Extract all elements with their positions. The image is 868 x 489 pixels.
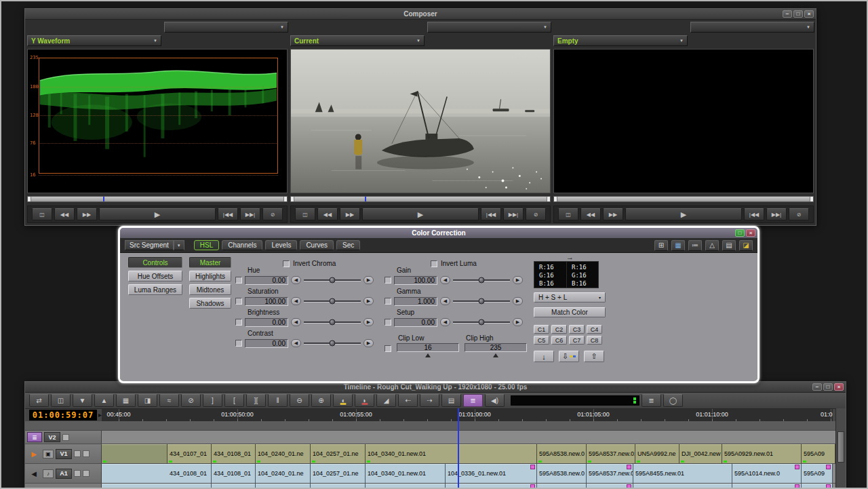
timeline-clip[interactable]: 595A1014.new.0 bbox=[732, 484, 802, 489]
slider-enable-checkbox[interactable] bbox=[384, 277, 391, 283]
clip-high-value[interactable]: 235 bbox=[465, 343, 527, 352]
timeline-clip[interactable]: 595A8538.new.0 bbox=[537, 464, 587, 483]
monitor-icon[interactable]: ▣ bbox=[43, 450, 54, 458]
match-frame-icon[interactable]: ▤ bbox=[441, 394, 461, 407]
trim-a-side-icon[interactable]: ◖ bbox=[333, 394, 353, 407]
scrollbar-thumb[interactable] bbox=[837, 431, 844, 463]
minimize-button[interactable]: − bbox=[783, 10, 792, 18]
chevron-down-icon[interactable]: ▼ bbox=[174, 240, 184, 250]
timeline-clip[interactable]: 104_0336_01.new.01 bbox=[446, 464, 537, 483]
timeline-ruler[interactable]: 00:45:0001:00:50:0001:00:55:0001:01:00:0… bbox=[102, 409, 833, 422]
timeline-clip[interactable]: 595A1014.new.0 bbox=[732, 464, 802, 483]
aux-source-dropdown[interactable]: ▼ bbox=[164, 22, 288, 33]
slider-value[interactable]: 0.00 bbox=[245, 318, 288, 327]
promote-correction-icon[interactable]: ⇧ bbox=[584, 351, 604, 362]
lift-icon[interactable]: ⊖ bbox=[290, 394, 309, 407]
eyedropper-icon[interactable]: ⊞ bbox=[654, 240, 668, 251]
invert-chroma-checkbox[interactable] bbox=[283, 260, 290, 267]
timeline-clip[interactable]: 104_0257_01.ne bbox=[311, 464, 366, 483]
alert-icon[interactable]: △ bbox=[705, 240, 719, 251]
fast-forward-icon[interactable]: ▶▶ bbox=[340, 208, 360, 220]
no-entry-icon[interactable]: ⊘ bbox=[262, 208, 283, 220]
track-button-v1[interactable]: V1 bbox=[56, 449, 72, 459]
aux-source-dropdown[interactable]: ▼ bbox=[427, 22, 551, 33]
src-segment-label[interactable]: Src Segment bbox=[125, 240, 174, 250]
range-button-midtones[interactable]: Midtones bbox=[189, 284, 231, 295]
track-pad[interactable] bbox=[83, 450, 90, 457]
range-button-master[interactable]: Master bbox=[189, 257, 231, 268]
color-buckets-icon[interactable]: ▦ bbox=[671, 240, 685, 251]
speaker-icon[interactable]: ◀) bbox=[485, 394, 505, 407]
slider-decrement-button[interactable]: ◀ bbox=[440, 318, 450, 326]
composer-titlebar[interactable]: Composer − □ × bbox=[25, 9, 816, 20]
correction-slot-c7[interactable]: C7 bbox=[569, 336, 585, 345]
slider-enable-checkbox[interactable] bbox=[235, 319, 242, 326]
slider-value[interactable]: 100.00 bbox=[394, 276, 437, 285]
mark-in-icon[interactable]: [ bbox=[224, 394, 244, 407]
slider-track[interactable] bbox=[304, 321, 361, 324]
go-to-previous-edit-icon[interactable]: |◀◀ bbox=[744, 208, 764, 220]
timeline-clip[interactable]: UN5A9992.ne bbox=[635, 444, 679, 463]
slider-thumb[interactable] bbox=[330, 298, 336, 304]
meter-menu-icon[interactable]: ≣ bbox=[642, 394, 661, 407]
timeline-clip[interactable]: 104_0257_01.ne bbox=[311, 484, 366, 489]
go-to-previous-edit-icon[interactable]: |◀◀ bbox=[218, 208, 238, 220]
slider-increment-button[interactable]: ▶ bbox=[363, 318, 374, 326]
speaker-icon[interactable]: ♪ bbox=[43, 469, 54, 478]
close-button[interactable]: × bbox=[834, 383, 844, 391]
timeline-clip[interactable]: 434_0108_01 bbox=[167, 464, 212, 483]
track-pad[interactable] bbox=[74, 470, 81, 477]
tab-hsl[interactable]: HSL bbox=[194, 240, 219, 250]
color-correction-titlebar[interactable]: Color Correction □ × bbox=[120, 228, 757, 238]
slider-thumb[interactable] bbox=[330, 319, 336, 325]
empty-source-dropdown[interactable]: Empty▼ bbox=[553, 35, 688, 46]
slider-decrement-button[interactable]: ◀ bbox=[440, 297, 450, 305]
restore-button[interactable]: □ bbox=[823, 383, 833, 391]
restore-button[interactable]: □ bbox=[735, 229, 745, 237]
slider-decrement-button[interactable]: ◀ bbox=[291, 318, 301, 326]
slider-enable-checkbox[interactable] bbox=[384, 319, 391, 326]
close-button[interactable]: × bbox=[804, 10, 814, 18]
tab-sec[interactable]: Sec bbox=[336, 240, 360, 250]
source-record-icon[interactable]: ◫ bbox=[51, 394, 71, 407]
play-icon[interactable]: ▶ bbox=[99, 208, 216, 220]
timeline-clip[interactable]: 104_0340_01.new.01 bbox=[366, 484, 446, 489]
splice-icon[interactable]: ◫ bbox=[295, 208, 315, 220]
slider-thumb[interactable] bbox=[479, 277, 485, 283]
restore-button[interactable]: □ bbox=[793, 10, 803, 18]
motion-effect-icon[interactable]: ◨ bbox=[138, 394, 157, 407]
slider-decrement-button[interactable]: ◀ bbox=[440, 276, 450, 284]
track-a2-lane[interactable]: 434_0108_01434_0108_01104_0240_01.ne104_… bbox=[102, 484, 835, 489]
tab-levels[interactable]: Levels bbox=[265, 240, 297, 250]
correction-slot-c4[interactable]: C4 bbox=[587, 325, 602, 334]
timeline-fast-menu-icon[interactable]: ≣ bbox=[463, 394, 483, 407]
aux-source-dropdown[interactable]: ▼ bbox=[690, 22, 814, 33]
timeline-clip[interactable]: 434_0108_01 bbox=[167, 484, 212, 489]
clip-low-value[interactable]: 16 bbox=[397, 343, 459, 352]
remove-effect-icon[interactable]: ⊘ bbox=[181, 394, 201, 407]
correction-list-icon[interactable]: ≔ bbox=[688, 240, 702, 251]
match-color-button[interactable]: Match Color bbox=[534, 307, 606, 317]
slider-track[interactable] bbox=[304, 279, 361, 281]
correction-slot-c5[interactable]: C5 bbox=[534, 336, 549, 345]
splice-icon[interactable]: ◫ bbox=[558, 208, 578, 220]
timeline-clip[interactable]: 595A8537.new.01 bbox=[587, 444, 635, 463]
track-pad[interactable] bbox=[62, 434, 69, 441]
timeline-clip[interactable]: 595A09 bbox=[802, 444, 835, 463]
timeline-clip[interactable]: 595A8538.new.0 bbox=[537, 444, 587, 463]
mark-clip-icon[interactable]: ][ bbox=[246, 394, 266, 407]
correction-slot-c2[interactable]: C2 bbox=[551, 325, 567, 334]
slider-increment-button[interactable]: ▶ bbox=[363, 297, 374, 305]
fade-effect-icon[interactable]: ◢ bbox=[376, 394, 396, 407]
slider-enable-checkbox[interactable] bbox=[235, 298, 242, 305]
effect-mode-icon[interactable]: ▦ bbox=[116, 394, 136, 407]
rewind-icon[interactable]: ◀◀ bbox=[317, 208, 338, 220]
mode-button-controls[interactable]: Controls bbox=[128, 257, 182, 268]
grid-icon[interactable]: ▤ bbox=[722, 240, 736, 251]
rewind-icon[interactable]: ◀◀ bbox=[580, 208, 601, 220]
swatch-icon[interactable]: ◪ bbox=[739, 240, 753, 251]
timeline-clip[interactable]: 104_0240_01.ne bbox=[256, 444, 311, 463]
timeline-clip[interactable]: 595A0929.new.01 bbox=[722, 444, 802, 463]
mark-out-icon[interactable]: ] bbox=[203, 394, 222, 407]
save-correction-down-icon[interactable]: ↓ bbox=[534, 351, 554, 362]
